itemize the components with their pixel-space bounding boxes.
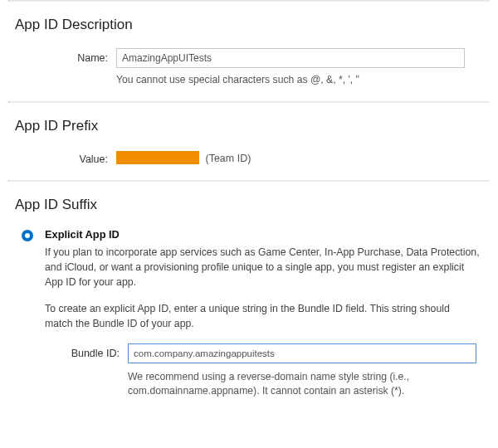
section-suffix-heading: App ID Suffix bbox=[15, 197, 490, 213]
section-prefix: App ID Prefix Value: (Team ID) bbox=[8, 103, 490, 180]
app-id-form: App ID Description Name: You cannot use … bbox=[0, 0, 498, 405]
bundle-id-input[interactable] bbox=[128, 343, 476, 363]
section-suffix: App ID Suffix Explicit App ID If you pla… bbox=[8, 182, 490, 404]
explicit-para-1: If you plan to incorporate app services … bbox=[45, 246, 480, 290]
bundle-id-row: Bundle ID: We recommend using a reverse-… bbox=[38, 343, 480, 398]
name-row: Name: You cannot use special characters … bbox=[15, 48, 490, 86]
section-description: App ID Description Name: You cannot use … bbox=[8, 2, 490, 101]
bundle-id-label: Bundle ID: bbox=[38, 343, 128, 359]
radio-selected-icon bbox=[22, 230, 33, 241]
section-description-heading: App ID Description bbox=[15, 17, 490, 33]
prefix-value-label: Value: bbox=[15, 149, 116, 165]
prefix-row: Value: (Team ID) bbox=[15, 149, 490, 165]
explicit-content: Explicit App ID If you plan to incorpora… bbox=[45, 228, 490, 397]
team-id-redacted bbox=[116, 151, 199, 164]
section-prefix-heading: App ID Prefix bbox=[15, 118, 490, 134]
team-id-suffix: (Team ID) bbox=[205, 153, 251, 164]
explicit-app-id-option[interactable]: Explicit App ID If you plan to incorpora… bbox=[15, 228, 490, 397]
name-input[interactable] bbox=[116, 48, 465, 68]
name-hint: You cannot use special characters such a… bbox=[116, 73, 465, 86]
explicit-title: Explicit App ID bbox=[45, 228, 480, 241]
prefix-value-cell: (Team ID) bbox=[116, 151, 251, 164]
explicit-para-2: To create an explicit App ID, enter a un… bbox=[45, 302, 480, 332]
name-label: Name: bbox=[15, 48, 116, 64]
bundle-input-wrap: We recommend using a reverse-domain name… bbox=[128, 343, 480, 398]
name-input-cell: You cannot use special characters such a… bbox=[116, 48, 490, 86]
bundle-id-hint: We recommend using a reverse-domain name… bbox=[128, 370, 460, 398]
